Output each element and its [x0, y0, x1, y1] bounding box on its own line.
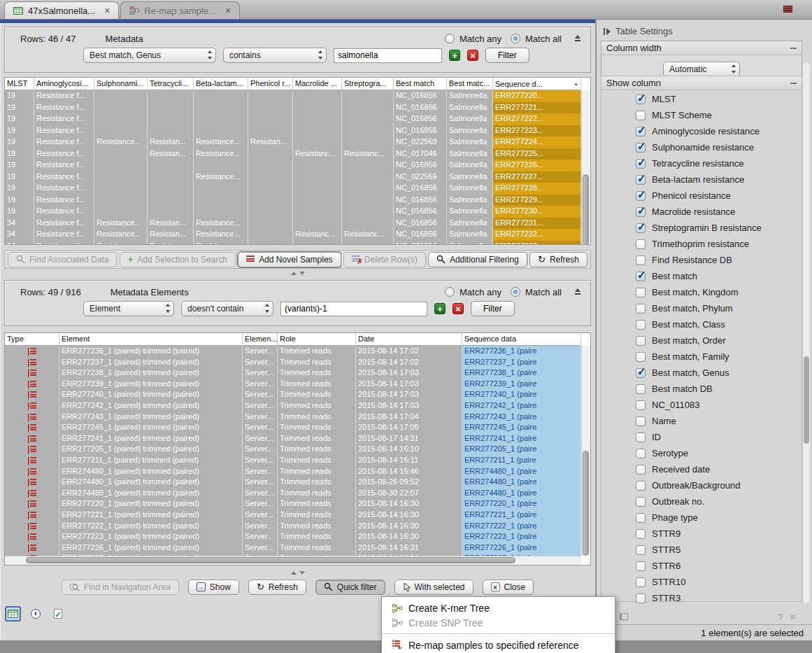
tab-remap-samples[interactable]: Re-map sample... ×: [120, 1, 240, 19]
column-header[interactable]: Beta-lactam...: [194, 78, 248, 90]
table-row[interactable]: 19 Resistance f... NC_016856 Salmonella …: [5, 195, 581, 206]
column-header[interactable]: Sulphonami...: [94, 78, 148, 90]
checkbox[interactable]: [636, 400, 646, 410]
column-header[interactable]: Streptogra...: [342, 78, 394, 90]
vertical-scrollbar[interactable]: [581, 346, 590, 556]
filter-value-input[interactable]: [280, 302, 427, 316]
filter-field-select[interactable]: Best match, Genus: [83, 48, 216, 63]
table-row[interactable]: ERR277211_1 (paired) trimmed (paired) Se…: [5, 455, 581, 466]
column-toggle-item[interactable]: Received date: [601, 461, 802, 477]
checkbox[interactable]: [636, 127, 646, 136]
with-selected-button[interactable]: With selected: [394, 580, 473, 595]
table-row[interactable]: ERR277240_1 (paired) trimmed (paired) Se…: [5, 389, 581, 400]
table-row[interactable]: ERR277241_1 (paired) trimmed (paired) Se…: [5, 433, 581, 444]
tab-salmonella-table[interactable]: 47xSalmonella... ×: [4, 1, 119, 19]
column-toggle-item[interactable]: Phenicol resistance: [601, 188, 802, 204]
column-header[interactable]: Element: [59, 333, 243, 345]
show-button[interactable]: → Show: [188, 580, 239, 595]
workspace-icon[interactable]: [783, 6, 792, 13]
table-row[interactable]: 34 Resistance f... Resistance... Resista…: [5, 218, 581, 230]
table-view-button[interactable]: [5, 606, 21, 622]
column-header[interactable]: Macrolide ...: [293, 78, 342, 90]
table-row[interactable]: 19 Resistance f... NC_016856 Salmonella …: [5, 183, 581, 195]
column-toggle-item[interactable]: NC_011083: [601, 397, 802, 413]
column-toggle-item[interactable]: Outbreak no.: [601, 493, 802, 510]
table-row[interactable]: ERR277243_1 (paired) trimmed (paired) Se…: [5, 412, 581, 423]
checkbox[interactable]: [636, 191, 646, 201]
column-toggle-item[interactable]: STTR10: [601, 574, 802, 590]
column-header[interactable]: Elemen...: [243, 333, 278, 345]
column-toggle-item[interactable]: Best match, Order: [601, 332, 802, 349]
table-row[interactable]: 19 Resistance f... NC_016856 Salmonella …: [5, 113, 581, 125]
horizontal-scrollbar-thumb[interactable]: [26, 557, 515, 563]
settings-menu-icon[interactable]: ≡: [790, 612, 795, 622]
column-header[interactable]: Phenicol r...: [248, 78, 293, 90]
checkbox[interactable]: [636, 207, 646, 217]
vertical-scrollbar-thumb[interactable]: [583, 451, 589, 556]
element-info-view-button[interactable]: [50, 606, 66, 622]
table-row[interactable]: ERR277226_1 (paired) trimmed (paired) Se…: [5, 542, 581, 554]
table-row[interactable]: ERR277205_1 (paired) trimmed (paired) Se…: [5, 444, 581, 455]
checkbox[interactable]: [636, 175, 646, 185]
sidebar-scrollbar-thumb[interactable]: [804, 356, 809, 444]
column-width-header[interactable]: Column width: [601, 41, 802, 55]
checkbox[interactable]: [636, 561, 646, 571]
close-view-button[interactable]: × Close: [483, 580, 534, 595]
column-toggle-item[interactable]: Best match, Family: [601, 349, 802, 365]
remove-criterion-button[interactable]: ×: [467, 50, 478, 61]
menu-item-create-snp-tree[interactable]: Create SNP Tree: [382, 615, 615, 630]
sidebar-scrollbar[interactable]: [802, 62, 811, 604]
checkbox[interactable]: [636, 143, 646, 153]
checkbox[interactable]: [636, 577, 646, 587]
table-row[interactable]: ERR277245_1 (paired) trimmed (paired) Se…: [5, 422, 581, 433]
checkbox[interactable]: [636, 465, 646, 475]
checkbox[interactable]: [636, 545, 646, 555]
filter-field-select[interactable]: Element: [83, 301, 174, 316]
table-row[interactable]: ERR277222_1 (paired) trimmed (paired) Se…: [5, 521, 581, 532]
checkbox[interactable]: [636, 481, 646, 491]
match-any-radio[interactable]: [445, 287, 455, 297]
table-row[interactable]: 19 Resistance f... NC_016856 Salmonella …: [5, 90, 581, 102]
column-header[interactable]: Sequence data: [462, 333, 581, 345]
table-row[interactable]: 19 Resistance f... Resistan... Resistanc…: [5, 148, 581, 160]
table-row[interactable]: ERR277238_1 (paired) trimmed (paired) Se…: [5, 367, 581, 379]
column-toggle-item[interactable]: Best match, Genus: [601, 365, 802, 381]
help-icon[interactable]: ?: [778, 612, 783, 622]
table-row[interactable]: ERR274480_1 (paired) trimmed (paired) Se…: [5, 477, 581, 488]
horizontal-scrollbar[interactable]: [5, 556, 581, 565]
checkbox[interactable]: [636, 272, 646, 281]
checkbox[interactable]: [636, 111, 646, 120]
column-toggle-item[interactable]: Name: [601, 413, 802, 429]
close-icon[interactable]: ×: [104, 6, 110, 15]
table-row[interactable]: 19 Resistance f... NC_016856 Salmonella …: [5, 102, 581, 114]
vertical-scrollbar-thumb[interactable]: [583, 174, 589, 245]
filter-operator-select[interactable]: doesn't contain: [181, 301, 273, 316]
column-toggle-item[interactable]: Best match, Phylum: [601, 300, 802, 316]
column-header[interactable]: Date: [356, 333, 462, 345]
add-novel-samples-button[interactable]: Add Novel Samples: [238, 252, 341, 267]
menu-item-remap-samples[interactable]: Re-map samples to specified reference: [382, 638, 615, 652]
remove-criterion-button[interactable]: ×: [453, 303, 464, 314]
checkbox[interactable]: [636, 368, 646, 378]
match-any-radio[interactable]: [445, 34, 455, 43]
quick-filter-button[interactable]: Quick filter: [315, 580, 385, 595]
add-selection-to-search-button[interactable]: + Add Selection to Search: [120, 252, 236, 267]
checkbox[interactable]: [636, 223, 646, 233]
column-toggle-item[interactable]: STTR9: [601, 526, 802, 542]
filter-button[interactable]: Filter: [485, 48, 529, 63]
match-all-radio[interactable]: [511, 34, 520, 43]
additional-filtering-button[interactable]: Additional Filtering: [428, 252, 527, 267]
table-row[interactable]: ERR277237_1 (paired) trimmed (paired) Se…: [5, 357, 581, 368]
column-toggle-item[interactable]: Find Resistance DB: [601, 252, 802, 268]
column-toggle-item[interactable]: Phage type: [601, 510, 802, 526]
column-header[interactable]: MLST: [5, 78, 34, 90]
checkbox[interactable]: [636, 255, 646, 265]
checkbox[interactable]: [636, 529, 646, 539]
filter-operator-select[interactable]: contains: [223, 48, 327, 63]
table-row[interactable]: 34 Resistance f... Resistance... Resista…: [5, 229, 581, 241]
checkbox[interactable]: [636, 320, 646, 330]
table-row[interactable]: ERR277220_1 (paired) trimmed (paired) Se…: [5, 498, 581, 510]
checkbox[interactable]: [636, 288, 646, 297]
table-row[interactable]: ERR277242_1 (paired) trimmed (paired) Se…: [5, 400, 581, 412]
checkbox[interactable]: [636, 304, 646, 314]
